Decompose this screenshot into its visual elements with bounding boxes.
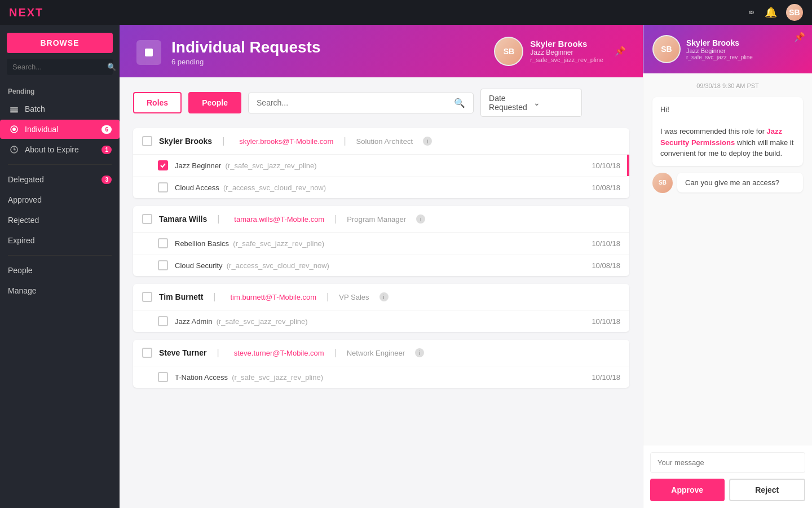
person-block-tim-burnett: Tim Burnett | tim.burnett@T-Mobile.com |… — [133, 284, 629, 332]
person-checkbox-skyler-brooks[interactable] — [142, 136, 152, 146]
rejected-label: Rejected — [8, 216, 39, 225]
topnav: NEXT ⚭ 🔔 SB — [0, 0, 812, 25]
header-user-info: SB Skyler Brooks Jazz Beginner r_safe_sv… — [494, 37, 626, 66]
sidebar-search-input[interactable] — [12, 63, 107, 71]
role-checkbox-skyler-brooks-1[interactable] — [158, 182, 168, 192]
sidebar-item-manage[interactable]: Manage — [0, 281, 120, 300]
person-email-tamara-wills[interactable]: tamara.wills@T-Mobile.com — [234, 215, 324, 224]
role-date-tamara-wills-1: 10/08/18 — [592, 261, 620, 270]
person-title-tamara-wills: Program Manager — [347, 215, 406, 224]
about-to-expire-label: About to Expire — [25, 145, 79, 154]
person-info-icon-tamara-wills[interactable]: i — [416, 214, 425, 224]
right-panel: SB Skyler Brooks Jazz Beginner r_safe_sv… — [643, 25, 812, 508]
person-checkbox-tim-burnett[interactable] — [142, 292, 152, 302]
pin-icon[interactable]: 📌 — [615, 46, 626, 56]
sidebar-item-batch[interactable]: Batch — [0, 99, 120, 119]
person-header-tamara-wills: Tamara Wills | tamara.wills@T-Mobile.com… — [133, 206, 629, 233]
header-user-name: Skyler Brooks — [530, 39, 603, 49]
rp-pin-icon[interactable]: 📌 — [794, 32, 805, 42]
main-layout: BROWSE 🔍 Pending Batch — [0, 25, 812, 508]
expired-label: Expired — [8, 236, 34, 245]
header-user-id: r_safe_svc_jazz_rev_pline — [530, 56, 603, 63]
search-icon-sidebar: 🔍 — [107, 63, 116, 71]
date-filter-dropdown[interactable]: Date Requested ⌄ — [480, 89, 582, 117]
rp-user-role: Jazz Beginner — [686, 47, 753, 54]
header-avatar-initials: SB — [495, 38, 522, 65]
role-date-steve-turner-0: 10/10/18 — [592, 373, 620, 382]
person-block-steve-turner: Steve Turner | steve.turner@T-Mobile.com… — [133, 340, 629, 388]
person-name-skyler-brooks: Skyler Brooks — [159, 137, 212, 146]
person-title-tim-burnett: VP Sales — [339, 293, 369, 301]
header-icon-inner — [145, 49, 153, 56]
search-icon[interactable]: ⚭ — [747, 6, 756, 19]
role-checkbox-steve-turner-0[interactable] — [158, 372, 168, 382]
person-checkbox-steve-turner[interactable] — [142, 348, 152, 358]
role-row-tim-burnett-0: Jazz Admin (r_safe_svc_jazz_rev_pline) 1… — [133, 310, 629, 332]
user-avatar-top[interactable]: SB — [786, 4, 803, 21]
chat-text-before: Hi!I was recommended this role for — [660, 105, 767, 135]
role-date-tim-burnett-0: 10/10/18 — [592, 317, 620, 326]
search-input[interactable] — [257, 98, 454, 107]
header-icon-box — [136, 40, 161, 65]
reject-button[interactable]: Reject — [729, 479, 806, 501]
svg-rect-1 — [10, 110, 18, 111]
role-name-skyler-brooks-1: Cloud Access (r_access_svc_cloud_rev_now… — [175, 183, 585, 192]
sidebar-item-rejected[interactable]: Rejected — [0, 211, 120, 230]
person-email-skyler-brooks[interactable]: skyler.brooks@T-Mobile.com — [239, 137, 333, 146]
role-checkbox-skyler-brooks-0[interactable] — [158, 160, 168, 170]
person-header-tim-burnett: Tim Burnett | tim.burnett@T-Mobile.com |… — [133, 284, 629, 310]
sidebar-item-expired[interactable]: Expired — [0, 231, 120, 250]
rp-user-info: Skyler Brooks Jazz Beginner r_safe_svc_j… — [686, 38, 753, 60]
chat-bubble-row-2: SB Can you give me an access? — [652, 173, 803, 193]
message-input[interactable] — [650, 452, 805, 473]
svg-rect-0 — [10, 107, 18, 109]
sidebar-item-approved[interactable]: Approved — [0, 190, 120, 209]
tab-people[interactable]: People — [188, 92, 241, 113]
person-info-icon-steve-turner[interactable]: i — [415, 348, 424, 357]
sidebar-item-delegated[interactable]: Delegated 3 — [0, 170, 120, 189]
person-info-icon-skyler-brooks[interactable]: i — [423, 137, 432, 146]
role-row-tamara-wills-1: Cloud Security (r_access_svc_cloud_rev_n… — [133, 255, 629, 276]
svg-rect-2 — [10, 111, 18, 113]
bell-icon[interactable]: 🔔 — [765, 6, 777, 19]
clock-icon — [8, 145, 20, 154]
person-email-tim-burnett[interactable]: tim.burnett@T-Mobile.com — [230, 293, 316, 301]
sidebar-item-about-to-expire[interactable]: About to Expire 1 — [0, 140, 120, 159]
chat-bubble-2: Can you give me an access? — [677, 173, 803, 192]
table-area: Roles People 🔍 Date Requested ⌄ Skyler B… — [120, 77, 643, 508]
svg-point-4 — [12, 128, 16, 131]
sidebar-item-individual[interactable]: Individual 6 — [0, 120, 120, 139]
people-list: Skyler Brooks | skyler.brooks@T-Mobile.c… — [133, 128, 629, 388]
role-name-tamara-wills-0: Rebellion Basics (r_safe_svc_jazz_rev_pl… — [175, 239, 585, 248]
header-user-details: Skyler Brooks Jazz Beginner r_safe_svc_j… — [530, 39, 603, 63]
chat-area: 09/30/18 9:30 AM PST Hi!I was recommende… — [643, 73, 812, 445]
role-row-tamara-wills-0: Rebellion Basics (r_safe_svc_jazz_rev_pl… — [133, 233, 629, 255]
sidebar-item-people[interactable]: People — [0, 261, 120, 280]
chat-avatar-img: SB — [652, 173, 673, 193]
browse-button[interactable]: BROWSE — [7, 33, 113, 53]
role-checkbox-tamara-wills-0[interactable] — [158, 238, 168, 248]
about-to-expire-badge: 1 — [102, 146, 112, 154]
chat-bubble-1: Hi!I was recommended this role for Jazz … — [652, 97, 803, 166]
tab-roles[interactable]: Roles — [133, 92, 182, 113]
rp-user-id: r_safe_svc_jazz_rev_pline — [686, 54, 753, 60]
person-email-steve-turner[interactable]: steve.turner@T-Mobile.com — [234, 349, 324, 357]
person-block-skyler-brooks: Skyler Brooks | skyler.brooks@T-Mobile.c… — [133, 128, 629, 198]
role-name-skyler-brooks-0: Jazz Beginner (r_safe_svc_jazz_rev_pline… — [175, 161, 585, 170]
chevron-down-icon: ⌄ — [533, 98, 573, 107]
manage-label: Manage — [8, 286, 37, 295]
role-date-tamara-wills-0: 10/10/18 — [592, 239, 620, 248]
approve-button[interactable]: Approve — [650, 479, 725, 501]
rp-avatar: SB — [652, 35, 681, 63]
active-indicator — [627, 155, 629, 176]
role-date-skyler-brooks-0: 10/10/18 — [592, 161, 620, 170]
person-checkbox-tamara-wills[interactable] — [142, 214, 152, 224]
person-info-icon-tim-burnett[interactable]: i — [379, 292, 389, 301]
role-row-steve-turner-0: T-Nation Access (r_safe_svc_jazz_rev_pli… — [133, 366, 629, 388]
header-title-block: Individual Requests 6 pending — [171, 38, 321, 66]
role-checkbox-tim-burnett-0[interactable] — [158, 316, 168, 326]
person-name-steve-turner: Steve Turner — [159, 348, 207, 357]
role-checkbox-tamara-wills-1[interactable] — [158, 260, 168, 270]
topnav-right: ⚭ 🔔 SB — [747, 4, 803, 21]
batch-label: Batch — [25, 104, 45, 113]
